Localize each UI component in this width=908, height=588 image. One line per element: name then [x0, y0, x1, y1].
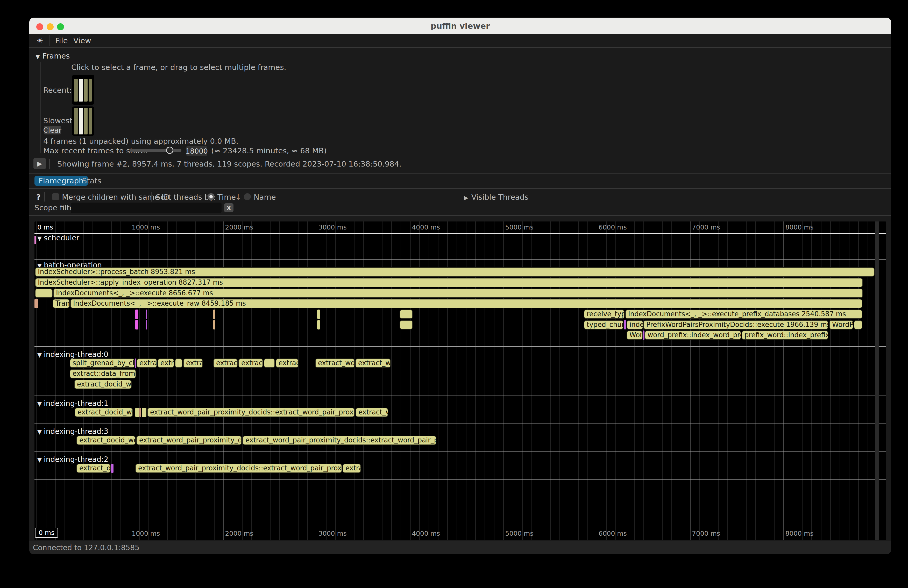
flame-scope-bar[interactable]: extract::data_from_ob [70, 369, 136, 378]
thread-section-label: indexing-thread:0 [44, 350, 108, 359]
flame-scope-bar[interactable]: typed_chunk::w [584, 320, 623, 329]
flame-scope-bar[interactable]: extract_word_pair_proximity_docids::extr… [243, 436, 436, 445]
flame-scope-bar[interactable] [624, 320, 626, 329]
flame-scope-bar[interactable] [264, 358, 275, 368]
flame-scope-bar[interactable] [34, 299, 39, 308]
tab-stats[interactable]: Stats [78, 176, 105, 186]
flame-scope-bar[interactable] [146, 320, 147, 329]
flame-scope-bar[interactable]: PrefixWordPairsProximityDocids::execute … [644, 320, 828, 329]
frame-bar[interactable] [89, 108, 92, 135]
flame-scope-bar[interactable]: IndexDocuments<_, _>::execute_raw 8459.1… [70, 299, 862, 308]
flame-scope-bar[interactable]: extra [158, 358, 174, 368]
theme-toggle-icon[interactable]: ☀ [37, 36, 43, 45]
flame-scope-bar[interactable] [111, 464, 114, 473]
flame-scope-bar[interactable] [34, 236, 36, 244]
flame-scope-bar[interactable]: receive_typed_ [584, 310, 625, 319]
flame-scope-bar[interactable] [135, 310, 138, 319]
flame-scope-bar[interactable]: extract_wo [355, 358, 391, 368]
flame-scope-bar[interactable]: extract_docid_word [74, 380, 132, 389]
frame-bar[interactable] [84, 79, 88, 101]
flame-scope-bar[interactable] [399, 320, 413, 329]
frame-bar[interactable] [74, 108, 78, 135]
flame-scope-bar[interactable] [175, 358, 182, 368]
frames-collapse-header[interactable]: ▼Frames [35, 51, 70, 60]
frame-bar[interactable] [79, 108, 83, 135]
sort-time-radio[interactable] [208, 193, 214, 200]
flame-scope-bar[interactable]: extract_ [213, 358, 238, 368]
slowest-frames-thumbnail[interactable] [72, 106, 94, 136]
flame-scope-bar[interactable]: extract_wo [356, 408, 388, 417]
clear-filter-button[interactable]: x [224, 203, 233, 212]
flame-scope-bar[interactable]: IndexDocuments<_, _>::execute 8656.677 m… [53, 289, 863, 298]
flame-scope-bar[interactable] [142, 408, 147, 417]
help-button[interactable]: ? [36, 193, 41, 201]
max-frames-value[interactable]: 18000 [186, 146, 207, 156]
flame-scope-bar[interactable]: extract [137, 358, 157, 368]
clear-button[interactable]: Clear [44, 125, 61, 135]
recent-frames-thumbnail[interactable] [72, 75, 94, 104]
flame-scope-bar[interactable] [399, 310, 413, 319]
sort-name-radio[interactable] [244, 193, 251, 200]
thread-section-header[interactable]: ▼indexing-thread:1 [37, 399, 108, 408]
vertical-scrollbar[interactable] [875, 222, 879, 540]
flame-scope-bar[interactable] [213, 320, 215, 329]
flame-scope-bar[interactable]: extract_word_pair_proximity_docids::extr… [147, 408, 355, 417]
indent-guide [40, 62, 41, 153]
flame-scope-bar[interactable]: extract_word_pair_proximity_docids [136, 436, 242, 445]
window-title: puffin viewer [29, 21, 891, 31]
flame-scope-bar[interactable]: extract_docid_word [75, 408, 133, 417]
max-frames-slider[interactable] [130, 149, 181, 152]
flame-scope-bar[interactable]: extract [276, 358, 298, 368]
flame-scope-bar[interactable]: extract_ [238, 358, 263, 368]
axis-tick-label: 3000 ms [319, 530, 347, 537]
frame-bar[interactable] [84, 108, 88, 135]
thread-section-header[interactable]: ▼indexing-thread:2 [37, 455, 108, 464]
flame-scope-bar[interactable]: extract_word [315, 358, 355, 368]
sort-threads-label: Sort threads by: [156, 193, 216, 201]
merge-children-checkbox[interactable] [52, 193, 59, 200]
section-divider [34, 424, 886, 424]
flame-scope-bar[interactable] [135, 358, 136, 368]
flame-scope-bar[interactable] [317, 320, 320, 329]
flame-scope-bar[interactable] [139, 408, 141, 417]
thread-section-header[interactable]: ▼indexing-thread:0 [37, 350, 108, 359]
scope-filter-input[interactable] [71, 202, 222, 213]
max-frames-slider-knob[interactable] [166, 146, 173, 154]
flame-scope-bar[interactable]: extract_docid_word [76, 436, 135, 445]
flame-scope-bar[interactable] [135, 320, 138, 329]
flame-scope-bar[interactable] [317, 310, 320, 319]
thread-section-label: scheduler [44, 234, 79, 242]
flame-scope-bar[interactable] [854, 320, 862, 329]
flame-scope-bar[interactable]: word_prefix::index_word_prefix_ [645, 331, 741, 340]
merge-children-label: Merge children with same ID [62, 193, 169, 201]
flame-scope-bar[interactable]: IndexScheduler>::process_batch 8953.821 … [35, 267, 874, 276]
flame-scope-bar[interactable] [35, 289, 53, 298]
frame-bar[interactable] [79, 79, 83, 101]
flame-scope-bar[interactable]: split_grenad_by_chun [70, 358, 135, 368]
flamegraph-canvas[interactable]: 0 ms0 ms1000 ms1000 ms2000 ms2000 ms3000… [34, 222, 886, 540]
flame-scope-bar[interactable]: extrac [343, 464, 361, 473]
frame-bar[interactable] [74, 79, 78, 101]
menu-file[interactable]: File [55, 36, 68, 45]
flame-scope-bar[interactable]: Trans [53, 299, 70, 308]
flame-scope-bar[interactable]: Word [626, 331, 642, 340]
menu-view[interactable]: View [73, 36, 91, 45]
flame-scope-bar[interactable]: extrac [183, 358, 203, 368]
flame-scope-bar[interactable]: IndexDocuments<_, _>::execute_prefix_dat… [625, 310, 862, 319]
flame-scope-bar[interactable] [213, 310, 215, 319]
sort-time-label: Time [217, 193, 236, 201]
flame-scope-bar[interactable]: WordPr [829, 320, 853, 329]
play-button[interactable]: ▶ [34, 158, 46, 169]
flame-scope-bar[interactable] [642, 331, 644, 340]
thread-section-header[interactable]: ▼scheduler [37, 234, 79, 242]
flame-scope-bar[interactable] [135, 408, 139, 417]
flame-scope-bar[interactable]: index [626, 320, 643, 329]
flame-scope-bar[interactable]: IndexScheduler>::apply_index_operation 8… [35, 278, 863, 287]
flame-scope-bar[interactable]: prefix_word::index_prefix_wo [742, 331, 828, 340]
flame-scope-bar[interactable] [146, 310, 147, 319]
thread-section-header[interactable]: ▼indexing-thread:3 [37, 427, 108, 436]
flame-scope-bar[interactable]: extract_word_pair_proximity_docids::extr… [135, 464, 342, 473]
flame-scope-bar[interactable]: extract_doc [76, 464, 111, 473]
visible-threads-header[interactable]: ▶Visible Threads [464, 193, 528, 201]
frame-bar[interactable] [89, 79, 92, 101]
